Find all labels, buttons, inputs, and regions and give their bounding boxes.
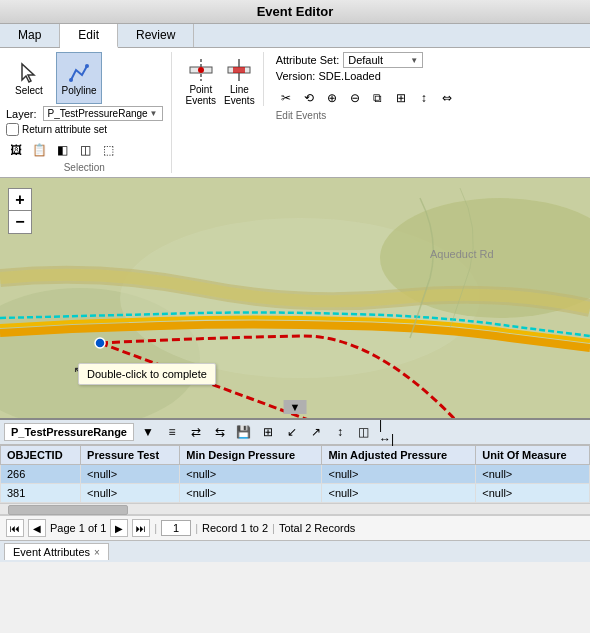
edit-events-label: Edit Events bbox=[276, 110, 584, 121]
cell-4: <null> bbox=[476, 484, 590, 503]
panel-icon-down-left[interactable]: ↙ bbox=[282, 422, 302, 442]
col-unit-measure: Unit Of Measure bbox=[476, 446, 590, 465]
cell-3: <null> bbox=[322, 465, 476, 484]
selection-icon-3[interactable]: ◧ bbox=[52, 140, 72, 160]
polyline-button[interactable]: Polyline bbox=[56, 52, 102, 104]
page-label: Page 1 of 1 bbox=[50, 522, 106, 534]
table-header-row: OBJECTID Pressure Test Min Design Pressu… bbox=[1, 446, 590, 465]
panel-icon-split[interactable]: ◫ bbox=[354, 422, 374, 442]
table-row[interactable]: 266<null><null><null><null> bbox=[1, 465, 590, 484]
layer-dropdown[interactable]: P_TestPressureRange ▼ bbox=[43, 106, 163, 121]
cell-4: <null> bbox=[476, 465, 590, 484]
version-label: Version: SDE.Loaded bbox=[276, 70, 584, 82]
attr-set-value: Default bbox=[348, 54, 408, 66]
svg-marker-0 bbox=[22, 64, 34, 82]
edit-icon-copy[interactable]: ⧉ bbox=[368, 88, 388, 108]
attr-set-label: Attribute Set: bbox=[276, 54, 340, 66]
svg-rect-9 bbox=[233, 67, 245, 73]
cell-2: <null> bbox=[180, 484, 322, 503]
svg-point-2 bbox=[85, 64, 89, 68]
point-events-button[interactable]: PointEvents bbox=[186, 56, 217, 106]
panel-icon-grid[interactable]: ⊞ bbox=[258, 422, 278, 442]
zoom-in-button[interactable]: + bbox=[9, 189, 31, 211]
horizontal-scrollbar[interactable] bbox=[0, 503, 590, 515]
attr-set-dropdown[interactable]: Default ▼ bbox=[343, 52, 423, 68]
selection-icon-2[interactable]: 📋 bbox=[29, 140, 49, 160]
line-events-label: LineEvents bbox=[224, 84, 255, 106]
layer-tab-bar: P_TestPressureRange ▼ ≡ ⇄ ⇆ 💾 ⊞ ↙ ↗ ↕ ◫ … bbox=[0, 420, 590, 445]
panel-icon-table[interactable]: ≡ bbox=[162, 422, 182, 442]
zoom-out-button[interactable]: − bbox=[9, 211, 31, 233]
panel-icon-up-right[interactable]: ↗ bbox=[306, 422, 326, 442]
ribbon: Select Polyline Layer: P_TestPressureRan… bbox=[0, 48, 590, 178]
return-attr-row: Return attribute set bbox=[6, 123, 163, 136]
point-events-label: PointEvents bbox=[186, 84, 217, 106]
record-info: Record 1 to 2 bbox=[202, 522, 268, 534]
map-tooltip: Double-click to complete bbox=[78, 363, 216, 385]
panel-icon-merge[interactable]: |↔| bbox=[378, 422, 398, 442]
panel-icon-filter[interactable]: ▼ bbox=[138, 422, 158, 442]
map-zoom-controls: + − bbox=[8, 188, 32, 234]
panel-icon-updown[interactable]: ↕ bbox=[330, 422, 350, 442]
bottom-tab-bar: Event Attributes × bbox=[0, 540, 590, 562]
edit-icon-merge[interactable]: ⇔ bbox=[437, 88, 457, 108]
last-page-button[interactable]: ⏭ bbox=[132, 519, 150, 537]
page-number-input[interactable] bbox=[161, 520, 191, 536]
polyline-label: Polyline bbox=[61, 85, 96, 96]
cell-3: <null> bbox=[322, 484, 476, 503]
first-page-button[interactable]: ⏮ bbox=[6, 519, 24, 537]
select-icon bbox=[17, 61, 41, 85]
col-min-adjusted: Min Adjusted Pressure bbox=[322, 446, 476, 465]
layer-dropdown-arrow: ▼ bbox=[150, 109, 158, 118]
return-attr-checkbox[interactable] bbox=[6, 123, 19, 136]
bottom-panel: P_TestPressureRange ▼ ≡ ⇄ ⇆ 💾 ⊞ ↙ ↗ ↕ ◫ … bbox=[0, 418, 590, 562]
panel-icon-swap1[interactable]: ⇄ bbox=[186, 422, 206, 442]
edit-icon-table[interactable]: ⊞ bbox=[391, 88, 411, 108]
tab-edit[interactable]: Edit bbox=[60, 24, 118, 48]
select-label: Select bbox=[15, 85, 43, 96]
selection-icon-1[interactable]: 🖼 bbox=[6, 140, 26, 160]
event-attributes-close[interactable]: × bbox=[94, 547, 100, 558]
tab-map[interactable]: Map bbox=[0, 24, 60, 47]
layer-label: Layer: bbox=[6, 108, 37, 120]
edit-icon-remove[interactable]: ⊖ bbox=[345, 88, 365, 108]
map-area[interactable]: Aqueduct Rd ↖ + − Double-click to comple… bbox=[0, 178, 590, 418]
svg-point-14 bbox=[95, 338, 105, 348]
edit-icon-move[interactable]: ↕ bbox=[414, 88, 434, 108]
total-info: Total 2 Records bbox=[279, 522, 355, 534]
attr-section: Attribute Set: Default ▼ Version: SDE.Lo… bbox=[276, 52, 584, 82]
event-attributes-tab[interactable]: Event Attributes × bbox=[4, 543, 109, 560]
prev-page-button[interactable]: ◀ bbox=[28, 519, 46, 537]
svg-text:Aqueduct Rd: Aqueduct Rd bbox=[430, 248, 494, 260]
map-scroll-down[interactable]: ▼ bbox=[284, 400, 307, 414]
pagination-bar: ⏮ ◀ Page 1 of 1 ▶ ⏭ | | Record 1 to 2 | … bbox=[0, 515, 590, 540]
next-page-button[interactable]: ▶ bbox=[110, 519, 128, 537]
ribbon-tabs: Map Edit Review bbox=[0, 24, 590, 48]
attr-set-arrow: ▼ bbox=[410, 56, 418, 65]
col-min-design: Min Design Pressure bbox=[180, 446, 322, 465]
title-bar: Event Editor bbox=[0, 0, 590, 24]
edit-icon-rotate[interactable]: ⟲ bbox=[299, 88, 319, 108]
cell-2: <null> bbox=[180, 465, 322, 484]
return-attr-label: Return attribute set bbox=[22, 124, 107, 135]
edit-icon-add[interactable]: ⊕ bbox=[322, 88, 342, 108]
svg-point-5 bbox=[198, 67, 204, 73]
edit-icon-cut[interactable]: ✂ bbox=[276, 88, 296, 108]
select-button[interactable]: Select bbox=[6, 52, 52, 104]
panel-icon-swap2[interactable]: ⇆ bbox=[210, 422, 230, 442]
table-row[interactable]: 381<null><null><null><null> bbox=[1, 484, 590, 503]
selection-group-label: Selection bbox=[6, 162, 163, 173]
selection-icon-4[interactable]: ◫ bbox=[75, 140, 95, 160]
polyline-icon bbox=[67, 61, 91, 85]
cell-1: <null> bbox=[81, 484, 180, 503]
selection-icon-5[interactable]: ⬚ bbox=[98, 140, 118, 160]
line-events-button[interactable]: LineEvents bbox=[224, 56, 255, 106]
panel-icon-save[interactable]: 💾 bbox=[234, 422, 254, 442]
layer-tab-name: P_TestPressureRange bbox=[4, 423, 134, 441]
layer-name: P_TestPressureRange bbox=[48, 108, 148, 119]
event-attributes-label: Event Attributes bbox=[13, 546, 90, 558]
col-objectid: OBJECTID bbox=[1, 446, 81, 465]
tab-review[interactable]: Review bbox=[118, 24, 194, 47]
point-events-icon bbox=[187, 56, 215, 84]
scroll-thumb[interactable] bbox=[8, 505, 128, 515]
